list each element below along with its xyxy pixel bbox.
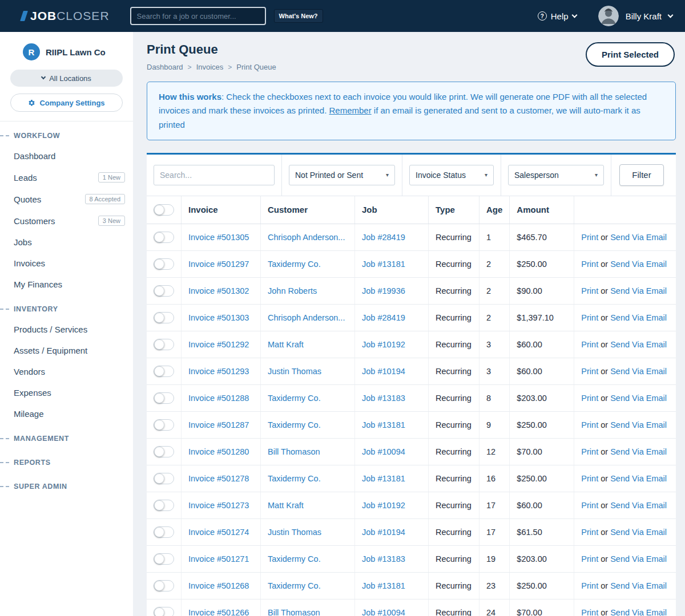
- sidebar-item-jobs[interactable]: Jobs: [0, 232, 133, 253]
- print-link[interactable]: Print: [581, 420, 598, 429]
- job-link[interactable]: Job #10094: [362, 447, 405, 456]
- customer-link[interactable]: John Roberts: [268, 286, 317, 295]
- invoice-link[interactable]: Invoice #501271: [188, 554, 249, 564]
- row-toggle[interactable]: [154, 446, 174, 457]
- breadcrumb-dashboard[interactable]: Dashboard: [147, 63, 183, 71]
- customer-link[interactable]: Bill Thomason: [268, 608, 320, 616]
- job-link[interactable]: Job #10192: [362, 501, 405, 510]
- company-settings-button[interactable]: Company Settings: [10, 94, 123, 112]
- print-link[interactable]: Print: [581, 608, 598, 616]
- chevron-down-icon[interactable]: [668, 12, 674, 18]
- customer-link[interactable]: Taxidermy Co.: [268, 581, 321, 590]
- row-toggle[interactable]: [154, 339, 174, 350]
- print-link[interactable]: Print: [581, 286, 598, 295]
- job-link[interactable]: Job #10194: [362, 367, 405, 376]
- breadcrumb-print-queue[interactable]: Print Queue: [236, 63, 276, 71]
- select-all-toggle[interactable]: [154, 204, 174, 216]
- print-link[interactable]: Print: [581, 367, 598, 376]
- invoice-link[interactable]: Invoice #501274: [188, 528, 249, 537]
- send-email-link[interactable]: Send Via Email: [610, 367, 667, 376]
- job-link[interactable]: Job #28419: [362, 313, 405, 322]
- sidebar-item-mileage[interactable]: Mileage: [0, 403, 133, 424]
- col-invoice[interactable]: Invoice: [182, 196, 261, 224]
- job-link[interactable]: Job #13181: [362, 474, 405, 483]
- row-toggle[interactable]: [154, 526, 174, 538]
- sidebar-item-invoices[interactable]: Invoices: [0, 253, 133, 274]
- sidebar-item-expenses[interactable]: Expenses: [0, 382, 133, 403]
- customer-link[interactable]: Chrisoph Anderson...: [268, 313, 345, 322]
- locations-dropdown[interactable]: All Locations: [10, 70, 123, 87]
- section-header[interactable]: WORKFLOW: [0, 126, 133, 145]
- job-link[interactable]: Job #10192: [362, 340, 405, 349]
- row-toggle[interactable]: [154, 392, 174, 404]
- print-link[interactable]: Print: [581, 474, 598, 483]
- customer-link[interactable]: Matt Kraft: [268, 501, 304, 510]
- customer-link[interactable]: Taxidermy Co.: [268, 474, 321, 483]
- print-link[interactable]: Print: [581, 394, 598, 403]
- row-toggle[interactable]: [154, 312, 174, 323]
- send-email-link[interactable]: Send Via Email: [610, 394, 667, 403]
- global-search-input[interactable]: [130, 7, 266, 25]
- col-customer[interactable]: Customer: [261, 196, 355, 224]
- print-link[interactable]: Print: [581, 260, 598, 269]
- sidebar-item-products-services[interactable]: Products / Services: [0, 319, 133, 340]
- job-link[interactable]: Job #10194: [362, 528, 405, 537]
- row-toggle[interactable]: [154, 258, 174, 270]
- row-toggle[interactable]: [154, 366, 174, 377]
- send-email-link[interactable]: Send Via Email: [610, 260, 667, 269]
- print-link[interactable]: Print: [581, 554, 598, 564]
- col-age[interactable]: Age: [480, 196, 510, 224]
- job-link[interactable]: Job #10094: [362, 608, 405, 616]
- invoice-link[interactable]: Invoice #501302: [188, 286, 249, 295]
- printed-filter-select[interactable]: Not Printed or Sent ▾: [289, 165, 395, 185]
- row-toggle[interactable]: [154, 607, 174, 616]
- print-selected-button[interactable]: Print Selected: [586, 42, 675, 67]
- job-link[interactable]: Job #19936: [362, 286, 405, 295]
- sidebar-item-my-finances[interactable]: My Finances: [0, 274, 133, 295]
- customer-link[interactable]: Justin Thomas: [268, 367, 321, 376]
- salesperson-select[interactable]: Salesperson ▾: [508, 165, 604, 185]
- section-header[interactable]: REPORTS: [0, 453, 133, 472]
- whats-new-button[interactable]: What's New?: [274, 9, 323, 23]
- job-link[interactable]: Job #13181: [362, 260, 405, 269]
- send-email-link[interactable]: Send Via Email: [610, 608, 667, 616]
- section-header[interactable]: INVENTORY: [0, 299, 133, 319]
- send-email-link[interactable]: Send Via Email: [610, 554, 667, 564]
- send-email-link[interactable]: Send Via Email: [610, 286, 667, 295]
- invoice-link[interactable]: Invoice #501266: [188, 608, 249, 616]
- breadcrumb-invoices[interactable]: Invoices: [196, 63, 224, 71]
- logo[interactable]: JOBCLOSER: [22, 9, 110, 23]
- job-link[interactable]: Job #13181: [362, 581, 405, 590]
- col-amount[interactable]: Amount: [510, 196, 574, 224]
- print-link[interactable]: Print: [581, 581, 598, 590]
- print-link[interactable]: Print: [581, 340, 598, 349]
- print-link[interactable]: Print: [581, 233, 598, 242]
- send-email-link[interactable]: Send Via Email: [610, 501, 667, 510]
- section-header[interactable]: MANAGEMENT: [0, 429, 133, 448]
- print-link[interactable]: Print: [581, 501, 598, 510]
- user-menu[interactable]: Billy Kraft: [626, 11, 662, 21]
- print-link[interactable]: Print: [581, 313, 598, 322]
- customer-link[interactable]: Taxidermy Co.: [268, 394, 321, 403]
- col-type[interactable]: Type: [429, 196, 480, 224]
- send-email-link[interactable]: Send Via Email: [610, 340, 667, 349]
- customer-link[interactable]: Taxidermy Co.: [268, 554, 321, 564]
- avatar[interactable]: [598, 6, 619, 26]
- sidebar-item-assets-equipment[interactable]: Assets / Equipment: [0, 340, 133, 361]
- sidebar-item-leads[interactable]: Leads 1 New: [0, 167, 133, 188]
- invoice-link[interactable]: Invoice #501297: [188, 260, 249, 269]
- job-link[interactable]: Job #13181: [362, 420, 405, 429]
- row-toggle[interactable]: [154, 553, 174, 565]
- invoice-link[interactable]: Invoice #501288: [188, 394, 249, 403]
- customer-link[interactable]: Taxidermy Co.: [268, 260, 321, 269]
- job-link[interactable]: Job #28419: [362, 233, 405, 242]
- invoice-link[interactable]: Invoice #501292: [188, 340, 249, 349]
- row-toggle[interactable]: [154, 232, 174, 243]
- table-search-input[interactable]: [154, 165, 275, 185]
- sidebar-item-customers[interactable]: Customers 3 New: [0, 210, 133, 232]
- send-email-link[interactable]: Send Via Email: [610, 528, 667, 537]
- sidebar-item-dashboard[interactable]: Dashboard: [0, 145, 133, 167]
- section-header[interactable]: SUPER ADMIN: [0, 477, 133, 496]
- invoice-link[interactable]: Invoice #501273: [188, 501, 249, 510]
- row-toggle[interactable]: [154, 473, 174, 484]
